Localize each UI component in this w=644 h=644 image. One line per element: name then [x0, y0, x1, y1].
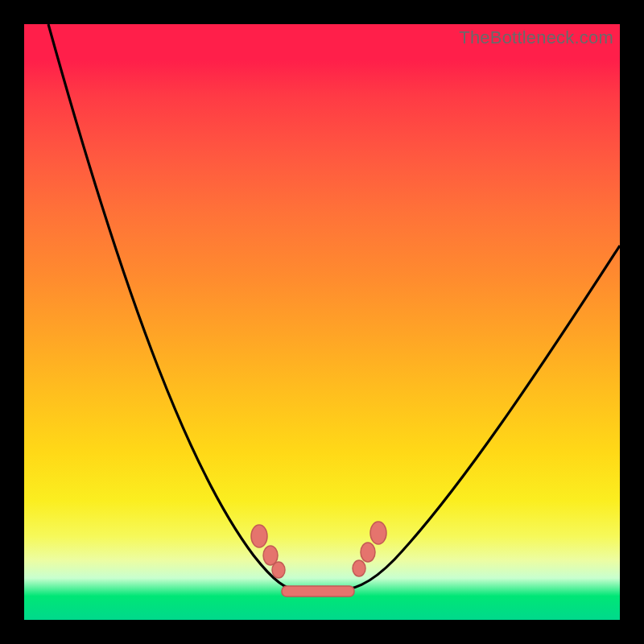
left-marker-3	[272, 562, 285, 578]
chart-frame: TheBottleneck.com	[0, 0, 644, 644]
left-marker-1	[251, 525, 267, 547]
right-marker-1	[370, 522, 386, 544]
right-marker-3	[353, 560, 365, 576]
right-marker-2	[361, 543, 375, 562]
valley-bottom-bar	[282, 586, 354, 597]
curve-overlay	[24, 24, 620, 620]
plot-area: TheBottleneck.com	[24, 24, 620, 620]
left-branch-curve	[48, 24, 298, 590]
